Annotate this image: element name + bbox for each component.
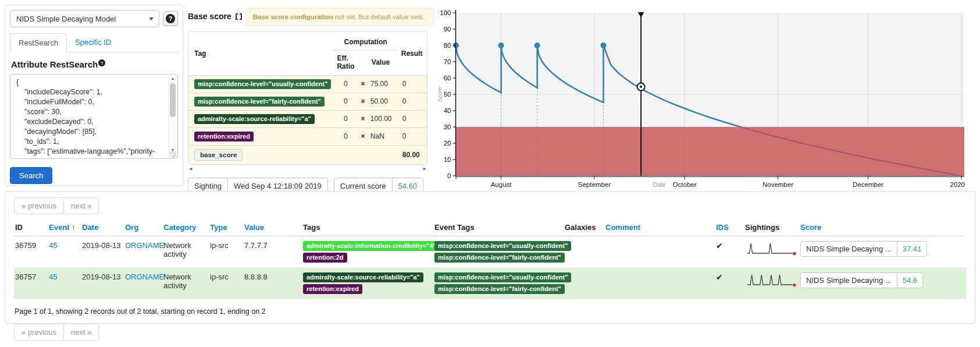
sighting-point [534,43,540,48]
sort-asc-icon: ↑ [72,223,76,232]
scrollbar-thumb[interactable] [170,83,176,117]
tag-badge: misp:confidence-level="fairly-confident" [434,253,565,263]
attributes-table: IDEvent ↑DateOrgCategoryTypeValueTagsEve… [14,219,966,299]
svg-text:December: December [853,181,883,188]
tag-badge: misp:confidence-level="fairly-confident" [194,97,325,107]
chevron-down-icon [149,17,154,20]
column-header-value[interactable]: Value [243,219,302,236]
score-value: 37.41 [897,242,927,256]
column-header-galaxies: Galaxies [564,219,604,236]
svg-text:September: September [578,181,611,188]
org-link[interactable]: ORGNAME [125,241,164,250]
col-eff-ratio: Eff. Ratio [333,51,358,75]
svg-text:20: 20 [444,140,451,147]
question-icon: ? [98,59,105,66]
tag-badge: misp:confidence-level="usually-confident… [434,272,571,282]
textarea-scrollbar[interactable]: ▲ ▼ [168,75,177,158]
column-header-score[interactable]: Score [799,219,966,236]
tab-restsearch[interactable]: RestSearch [10,33,67,52]
restsearch-heading: Attribute RestSearch? [11,59,178,69]
attr-tags: admiralty-scale:information-credibility=… [302,236,433,268]
svg-text:Score: Score [437,87,443,102]
multiply-icon: × [358,75,368,93]
attr-event-tags: misp:confidence-level="usually-confident… [433,268,564,299]
textarea-resize-grip[interactable] [170,151,176,158]
base-score-title: Base score [188,8,242,21]
sighting-point [498,43,504,48]
column-header-date[interactable]: Date [81,219,124,236]
decay-score-chart[interactable]: 0102030405060708090100ScoreAugustSeptemb… [407,5,980,190]
base-score-panel: Base score Base score configuration not … [188,8,434,194]
attr-date: 2019-08-13 [81,268,124,299]
column-header-comment[interactable]: Comment [604,219,715,236]
chart-y-axis: 0102030405060708090100Score [437,9,456,179]
svg-text:November: November [762,181,793,188]
previous-page-button[interactable]: « previous [14,324,63,341]
tag-badge: misp:confidence-level="usually-confident… [434,241,571,251]
base-score-warning: Base score configuration not set. But de… [247,8,434,26]
search-button[interactable]: Search [10,167,52,184]
score-group: NIDS Simple Decaying ...54.6 [800,272,923,288]
tag-badge: retention:expired [194,132,254,141]
attr-comment [604,236,715,268]
previous-page-button[interactable]: « previous [14,197,63,214]
svg-text:10: 10 [444,156,451,163]
horizontal-scrollbar[interactable]: ◀ ▶ [188,165,427,172]
search-tabs: RestSearch Specific ID [10,33,178,52]
tag-badge: retention:expired [303,284,362,294]
event-link[interactable]: 45 [49,241,57,250]
base-score-row: admiralty-scale:source-reliability="a"0×… [188,110,427,128]
scroll-left-icon[interactable]: ◀ [189,167,192,171]
multiply-icon: × [358,93,368,110]
next-page-button[interactable]: next » [63,197,99,214]
results-summary: Page 1 of 1, showing 2 records out of 2 … [15,307,966,316]
attr-id: 36757 [14,268,48,299]
restsearch-query-text: { "includeDecayScore": 1, "includeFullMo… [10,75,168,158]
svg-text:90: 90 [444,26,451,33]
decaying-model-select[interactable]: NIDS Simple Decaying Model [10,10,159,27]
attr-tags: admiralty-scale:source-reliability="a"re… [302,268,433,299]
attr-event-tags: misp:confidence-level="usually-confident… [433,236,564,268]
decaying-model-selected: NIDS Simple Decaying Model [16,15,116,23]
attr-date: 2019-08-13 [81,236,124,268]
col-tag: Tag [188,32,333,75]
results-panel: « previous next » IDEvent ↑DateOrgCatego… [5,191,975,324]
attr-comment [604,268,715,299]
column-header-ids[interactable]: IDS [715,219,744,236]
col-computation: Computation [333,32,397,51]
tag-badge: admiralty-scale:source-reliability="a" [303,272,423,282]
column-header-id: ID [14,219,48,236]
attr-type: ip-src [209,236,243,268]
column-header-type[interactable]: Type [209,219,243,236]
tag-badge: misp:confidence-level="usually-confident… [194,79,331,89]
column-header-org[interactable]: Org [124,219,162,236]
column-header-category[interactable]: Category [162,219,209,236]
svg-text:80: 80 [444,42,451,49]
svg-text:0: 0 [447,172,451,179]
score-model-name: NIDS Simple Decaying ... [801,242,897,256]
eff-ratio-value: 0 [333,93,358,110]
event-link[interactable]: 45 [49,272,57,281]
column-header-event[interactable]: Event ↑ [48,219,81,236]
tag-numeric-value: 100.00 [368,110,398,128]
next-page-button[interactable]: next » [63,324,99,341]
restsearch-query-input[interactable]: { "includeDecayScore": 1, "includeFullMo… [10,74,178,159]
attr-value: 8.8.8.8 [243,268,302,299]
base-score-badge: base_score [194,149,243,161]
attr-value: 7.7.7.7 [243,236,302,268]
svg-text:October: October [673,181,697,188]
column-header-tags: Tags [302,219,433,236]
sightings-sparkline [745,272,799,288]
score-group: NIDS Simple Decaying ...37.41 [800,241,927,257]
tag-badge: admiralty-scale:source-reliability="a" [194,114,315,124]
help-button[interactable]: ? [163,11,178,26]
multiply-icon: × [358,128,368,145]
org-link[interactable]: ORGNAME [125,272,164,281]
svg-text:30: 30 [444,123,451,130]
scroll-up-icon[interactable]: ▲ [169,76,177,80]
pagination-bottom: « previous next » [14,324,99,341]
expand-icon[interactable] [236,13,242,20]
col-value: Value [368,51,398,75]
tab-specific-id[interactable]: Specific ID [67,33,119,52]
attr-category: Network activity [162,236,209,268]
